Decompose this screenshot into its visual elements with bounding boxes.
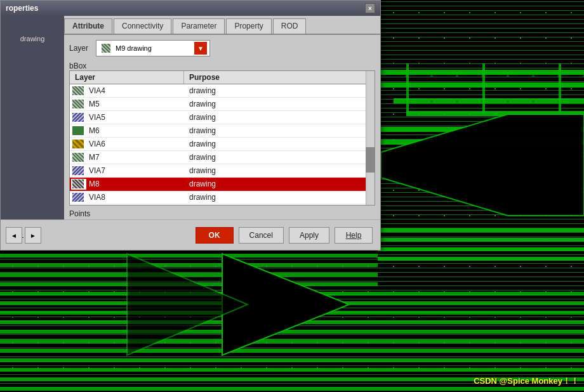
dialog-title: roperties [6, 4, 38, 13]
row-icon [72, 166, 84, 175]
dialog-bottom-bar: ◄ ► 1/1 OK Cancel Apply Help [1, 219, 380, 250]
table-row[interactable]: VIA5 drawing [70, 111, 375, 124]
row-icon-selected [72, 180, 84, 188]
col-header-purpose: Purpose [184, 71, 375, 84]
table-row-selected[interactable]: M8 drawing [70, 178, 375, 191]
row-purpose: drawing [184, 138, 375, 150]
row-layer-name: M6 [86, 124, 184, 137]
layer-dropdown-text: M9 drawing [116, 44, 192, 52]
layer-dropdown[interactable]: M9 drawing ▼ [96, 40, 210, 56]
table-header: Layer Purpose [70, 71, 375, 84]
apply-button[interactable]: Apply [289, 227, 329, 244]
layer-row: Layer M9 drawing ▼ [69, 40, 375, 56]
table-row[interactable]: M7 drawing [70, 151, 375, 164]
scrollbar-thumb[interactable] [366, 147, 375, 173]
row-purpose-selected: drawing [184, 178, 375, 190]
row-layer-name: VIA6 [86, 138, 184, 150]
watermark: CSDN @Spice Monkey！！ [474, 376, 579, 387]
bbox-row: bBox [69, 62, 375, 70]
row-purpose: drawing [184, 191, 375, 204]
tab-rod[interactable]: ROD [273, 18, 307, 34]
sidebar-drawing-label: drawing [20, 35, 45, 42]
help-button[interactable]: Help [335, 227, 373, 244]
tab-parameter[interactable]: Parameter [173, 18, 225, 34]
row-icon [72, 86, 84, 95]
dialog-main-content: Layer M9 drawing ▼ bBox Layer Purpose VI… [64, 35, 380, 219]
table-row[interactable]: M6 drawing [70, 124, 375, 138]
layer-table: Layer Purpose VIA4 drawing M5 drawing [69, 70, 375, 206]
row-layer-name: M7 [86, 151, 184, 164]
table-row[interactable]: VIA7 drawing [70, 164, 375, 178]
row-purpose: drawing [184, 84, 375, 97]
layer-dropdown-icon [102, 44, 110, 53]
points-row: Points [69, 209, 375, 218]
row-icon [72, 113, 84, 122]
row-purpose: drawing [184, 111, 375, 124]
row-icon [72, 193, 84, 202]
row-icon [72, 140, 84, 148]
row-layer-name: VIA8 [86, 191, 184, 204]
row-icon [72, 153, 84, 162]
row-layer-name-selected: M8 [86, 178, 184, 190]
scrollbar-track[interactable] [366, 71, 375, 205]
row-layer-name: M9 [86, 204, 184, 205]
table-row[interactable]: VIA4 drawing [70, 84, 375, 98]
table-row[interactable]: M9 drawing [70, 204, 375, 205]
table-row[interactable]: VIA6 drawing [70, 138, 375, 151]
table-row[interactable]: VIA8 drawing [70, 191, 375, 204]
table-body[interactable]: VIA4 drawing M5 drawing VIA5 drawing [70, 84, 375, 205]
dropdown-arrow-icon[interactable]: ▼ [194, 42, 207, 55]
col-header-layer: Layer [70, 71, 184, 84]
tab-connectivity[interactable]: Connectivity [114, 18, 171, 34]
nav-prev-button[interactable]: ◄ [6, 227, 22, 244]
row-layer-name: VIA7 [86, 164, 184, 177]
tab-property[interactable]: Property [226, 18, 271, 34]
layer-label: Layer [69, 44, 92, 53]
row-icon [72, 126, 84, 135]
row-purpose: drawing [184, 204, 375, 205]
dialog-sidebar: drawing [1, 16, 64, 227]
row-purpose: drawing [184, 98, 375, 110]
row-layer-name: VIA4 [86, 84, 184, 97]
close-button[interactable]: × [365, 3, 375, 13]
table-row[interactable]: M5 drawing [70, 98, 375, 111]
row-purpose: drawing [184, 164, 375, 177]
nav-buttons: ◄ ► [6, 227, 41, 244]
points-label: Points [69, 209, 95, 218]
row-purpose: drawing [184, 151, 375, 164]
nav-next-button[interactable]: ► [25, 227, 41, 244]
cancel-button[interactable]: Cancel [239, 227, 284, 244]
title-bar: roperties × [1, 1, 380, 16]
row-layer-name: M5 [86, 98, 184, 110]
ok-button[interactable]: OK [196, 227, 234, 244]
properties-dialog: roperties × drawing Attribute Connectivi… [0, 0, 381, 251]
row-icon [72, 100, 84, 108]
row-layer-name: VIA5 [86, 111, 184, 124]
row-purpose: drawing [184, 124, 375, 137]
tab-attribute[interactable]: Attribute [64, 18, 112, 34]
bbox-label: bBox [69, 62, 95, 70]
